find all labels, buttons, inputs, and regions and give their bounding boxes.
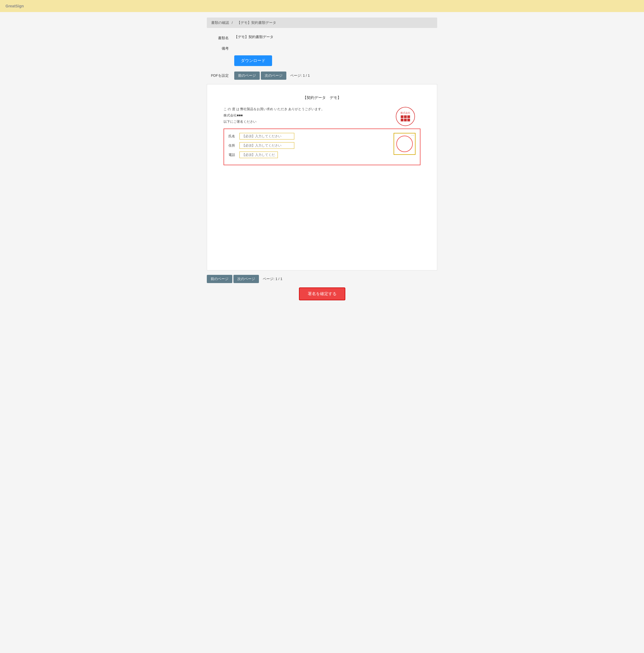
pdf-controls-bottom: 前のページ 次のページ ページ: 1 / 1 bbox=[207, 275, 437, 283]
doc-line3: 以下にご署名ください bbox=[224, 119, 420, 124]
form-row-name: 氏名 bbox=[228, 133, 389, 140]
document-body: 【契約データ デモ】 株式会社 こ の 度 は 弊社製品をお買い求め いただき bbox=[224, 95, 420, 165]
confirm-sign-button[interactable]: 署名を確定する bbox=[299, 287, 345, 300]
input-name[interactable] bbox=[239, 133, 294, 140]
company-stamp: 株式会社 bbox=[396, 107, 415, 126]
main-container: 書類の確認 / 【デモ】契約書類データ 書類名 【デモ】契約書類データ 備考 ダ… bbox=[199, 12, 445, 314]
app-header: GreatSign bbox=[0, 0, 644, 12]
stamp-text: 株式会社 bbox=[400, 112, 410, 115]
stamp-dots bbox=[401, 115, 410, 121]
document-name-row: 書類名 【デモ】契約書類データ bbox=[207, 34, 437, 41]
document-title: 【契約データ デモ】 bbox=[224, 95, 420, 100]
form-section: 氏名 住所 電話 bbox=[224, 128, 420, 165]
input-phone[interactable] bbox=[239, 151, 278, 158]
document-preview: 【契約データ デモ】 株式会社 こ の 度 は 弊社製品をお買い求め いただき bbox=[207, 84, 437, 270]
breadcrumb-separator: / bbox=[232, 21, 233, 25]
form-fields: 氏名 住所 電話 bbox=[228, 133, 389, 161]
input-address[interactable] bbox=[239, 142, 294, 149]
pdf-controls-top: PDFを設定 前のページ 次のページ ページ: 1 / 1 bbox=[207, 72, 437, 80]
download-button[interactable]: ダウンロード bbox=[234, 55, 272, 66]
page-info-top: ページ: 1 / 1 bbox=[290, 73, 310, 78]
form-label-name: 氏名 bbox=[228, 134, 239, 139]
signature-box[interactable]: ⋮ bbox=[394, 133, 416, 155]
prev-page-button-bottom[interactable]: 前のページ bbox=[207, 275, 232, 283]
prev-page-button-top[interactable]: 前のページ bbox=[234, 72, 260, 80]
signature-circle bbox=[396, 136, 413, 152]
form-row-phone: 電話 bbox=[228, 151, 389, 158]
breadcrumb-link[interactable]: 書類の確認 bbox=[211, 21, 229, 25]
doc-line1: こ の 度 は 弊社製品をお買い求め いただき ありがとうございます。 bbox=[224, 107, 420, 112]
doc-line2: 株式会社■■■ bbox=[224, 113, 420, 118]
next-page-button-bottom[interactable]: 次のページ bbox=[233, 275, 259, 283]
note-row: 備考 bbox=[207, 45, 437, 51]
page-info-bottom: ページ: 1 / 1 bbox=[263, 276, 282, 282]
breadcrumb: 書類の確認 / 【デモ】契約書類データ bbox=[207, 18, 437, 28]
signature-menu-dots[interactable]: ⋮ bbox=[411, 134, 414, 137]
form-label-address: 住所 bbox=[228, 143, 239, 148]
form-label-phone: 電話 bbox=[228, 153, 239, 157]
note-label: 備考 bbox=[207, 45, 229, 51]
pdf-controls-label: PDFを設定 bbox=[207, 73, 229, 78]
document-name-value: 【デモ】契約書類データ bbox=[234, 34, 273, 40]
breadcrumb-current: 【デモ】契約書類データ bbox=[237, 21, 276, 25]
form-row-address: 住所 bbox=[228, 142, 389, 149]
app-title: GreatSign bbox=[5, 4, 24, 8]
document-name-label: 書類名 bbox=[207, 34, 229, 41]
next-page-button-top[interactable]: 次のページ bbox=[261, 72, 286, 80]
